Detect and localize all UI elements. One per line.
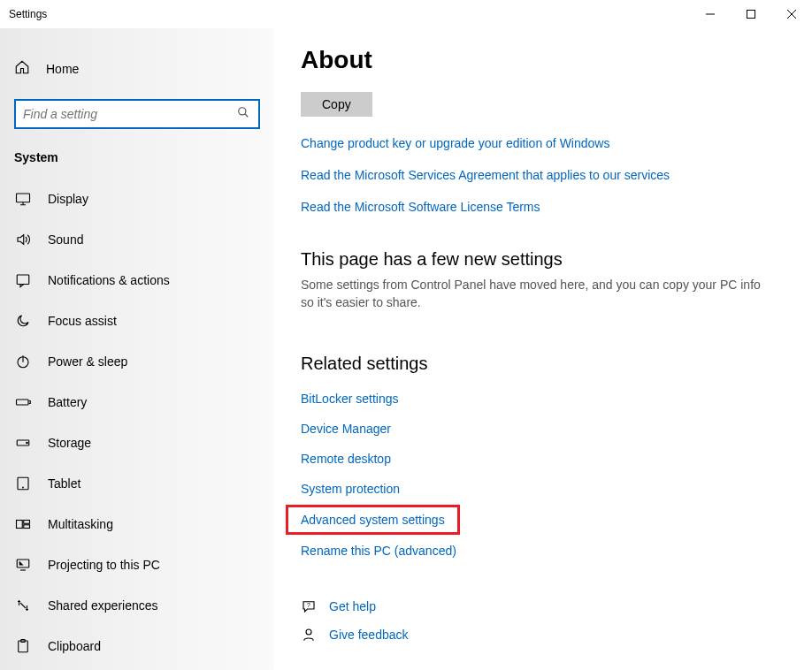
svg-rect-10 [17, 521, 23, 529]
nav-item-display[interactable]: Display [0, 179, 274, 219]
power-icon [14, 353, 32, 370]
copy-button[interactable]: Copy [301, 92, 372, 117]
minimize-button[interactable] [690, 0, 731, 28]
link-license-terms[interactable]: Read the Microsoft Software License Term… [301, 200, 777, 214]
titlebar-controls [690, 0, 812, 28]
nav-item-tablet[interactable]: Tablet [0, 463, 274, 504]
page-title: About [301, 46, 777, 74]
related-system-protection[interactable]: System protection [301, 476, 400, 501]
nav-item-projecting[interactable]: Projecting to this PC [0, 544, 274, 585]
nav-item-storage[interactable]: Storage [0, 423, 274, 463]
related-bitlocker[interactable]: BitLocker settings [301, 386, 399, 411]
tablet-icon [14, 475, 32, 492]
maximize-button[interactable] [731, 0, 771, 28]
nav-label: Projecting to this PC [48, 558, 160, 572]
shared-experiences-icon [14, 597, 32, 614]
nav-label: Power & sleep [48, 354, 127, 369]
nav-label: Clipboard [48, 639, 101, 653]
nav-list: Display Sound Notifications & actions [0, 179, 274, 666]
feedback-icon [301, 627, 317, 643]
sidebar: Home System Display [0, 28, 274, 670]
projecting-icon [14, 556, 32, 574]
svg-rect-0 [747, 11, 755, 19]
link-services-agreement[interactable]: Read the Microsoft Services Agreement th… [301, 168, 777, 182]
nav-label: Multitasking [48, 517, 113, 531]
clipboard-icon [14, 637, 32, 655]
help-item-get-help[interactable]: ? Get help [301, 598, 777, 614]
support-links: Change product key or upgrade your editi… [301, 136, 777, 214]
related-device-manager[interactable]: Device Manager [301, 416, 391, 441]
nav-label: Display [48, 192, 88, 206]
help-item-feedback[interactable]: Give feedback [301, 627, 777, 643]
focus-assist-icon [14, 312, 32, 330]
nav-item-notifications[interactable]: Notifications & actions [0, 260, 274, 301]
window-title: Settings [9, 8, 47, 20]
home-nav[interactable]: Home [0, 51, 274, 87]
nav-label: Battery [48, 395, 87, 409]
svg-point-7 [27, 442, 28, 444]
search-input[interactable] [23, 107, 251, 121]
new-settings-text: Some settings from Control Panel have mo… [301, 277, 777, 311]
content-pane: About Copy Change product key or upgrade… [274, 28, 812, 670]
help-links: ? Get help Give feedback [301, 598, 777, 643]
svg-point-1 [239, 108, 246, 115]
close-button[interactable] [771, 0, 812, 28]
nav-label: Tablet [48, 476, 80, 491]
nav-item-power-sleep[interactable]: Power & sleep [0, 341, 274, 382]
related-settings-list: BitLocker settings Device Manager Remote… [301, 386, 777, 563]
svg-rect-2 [17, 194, 30, 202]
related-remote-desktop[interactable]: Remote desktop [301, 446, 391, 471]
chat-help-icon: ? [301, 598, 317, 614]
help-get-help-link[interactable]: Get help [329, 599, 376, 613]
related-heading: Related settings [301, 354, 777, 374]
nav-label: Storage [48, 436, 91, 450]
nav-label: Focus assist [48, 314, 117, 328]
nav-item-clipboard[interactable]: Clipboard [0, 626, 274, 666]
svg-rect-12 [24, 525, 30, 529]
svg-rect-5 [17, 400, 29, 405]
help-feedback-link[interactable]: Give feedback [329, 628, 409, 642]
svg-rect-13 [17, 560, 29, 567]
multitasking-icon [14, 515, 32, 533]
nav-item-focus-assist[interactable]: Focus assist [0, 301, 274, 341]
display-icon [14, 190, 32, 208]
search-icon [237, 106, 249, 122]
notifications-icon [14, 271, 32, 289]
sound-icon [14, 231, 32, 248]
nav-label: Sound [48, 232, 83, 247]
nav-label: Shared experiences [48, 598, 158, 613]
category-heading: System [0, 138, 274, 179]
svg-point-17 [306, 629, 311, 635]
home-icon [14, 59, 30, 79]
new-settings-heading: This page has a few new settings [301, 249, 777, 270]
home-label: Home [46, 62, 79, 76]
svg-text:?: ? [307, 602, 310, 608]
battery-icon [14, 393, 32, 411]
svg-rect-11 [24, 521, 30, 524]
nav-item-shared-experiences[interactable]: Shared experiences [0, 585, 274, 626]
nav-label: Notifications & actions [48, 273, 170, 287]
nav-item-sound[interactable]: Sound [0, 219, 274, 260]
related-rename-pc[interactable]: Rename this PC (advanced) [301, 538, 456, 563]
nav-item-battery[interactable]: Battery [0, 382, 274, 423]
svg-rect-3 [17, 275, 29, 285]
svg-point-9 [23, 487, 24, 488]
search-box[interactable] [14, 99, 260, 129]
storage-icon [14, 434, 32, 452]
link-change-product-key[interactable]: Change product key or upgrade your editi… [301, 136, 777, 150]
related-advanced-system-settings[interactable]: Advanced system settings [286, 505, 460, 535]
nav-item-multitasking[interactable]: Multitasking [0, 504, 274, 544]
titlebar: Settings [0, 0, 812, 28]
